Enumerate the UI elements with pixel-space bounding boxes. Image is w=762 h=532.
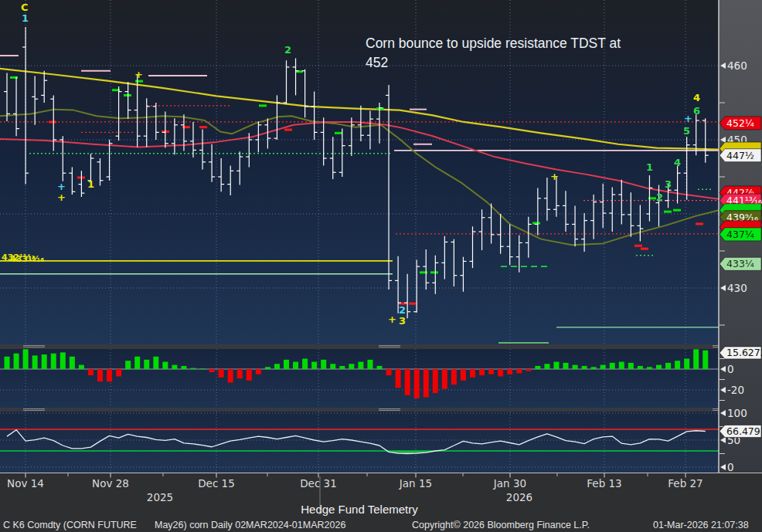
svg-text:0: 0	[727, 461, 734, 473]
price-tag: 15.6273	[719, 347, 762, 359]
footer-security: C K6 Comdty (CORN FUTURE	[3, 520, 137, 530]
svg-text:-20: -20	[727, 384, 744, 396]
svg-text:Jan 15: Jan 15	[399, 477, 432, 490]
svg-text:2: 2	[656, 191, 663, 203]
price-tag: 437¼	[719, 228, 761, 241]
svg-text:100: 100	[727, 407, 747, 419]
svg-text:2: 2	[399, 304, 406, 316]
footer-datetime: 01-Mar-2026 21:07:38	[653, 520, 749, 530]
tdst-level-label-b: 433¹¹⁄₁₆	[10, 254, 44, 264]
svg-text:460: 460	[727, 59, 747, 72]
svg-text:437¼: 437¼	[726, 229, 754, 240]
svg-text:1: 1	[646, 161, 653, 173]
svg-text:15.6273: 15.6273	[726, 347, 762, 358]
svg-text:2: 2	[284, 44, 291, 56]
svg-text:+: +	[134, 69, 143, 80]
watermark-hedge-fund-telemetry: Hedge Fund Telemetry	[124, 503, 595, 516]
svg-text:+: +	[388, 313, 396, 325]
svg-text:4: 4	[674, 157, 681, 168]
chart-annotation: Corn bounce to upside resistance TDST at…	[366, 34, 698, 73]
chart-canvas[interactable]: C1++1+2+23+12345+644604504300-2010050045…	[0, 0, 762, 532]
svg-text:452¼: 452¼	[726, 117, 754, 129]
svg-text:Jan 30: Jan 30	[493, 477, 526, 490]
svg-text:447½: 447½	[726, 150, 754, 161]
footer-copyright: Copyright© 2026 Bloomberg Finance L.P.	[412, 520, 590, 530]
price-tag: 447½	[719, 149, 761, 162]
svg-text:4: 4	[693, 92, 700, 103]
svg-text:C: C	[21, 2, 29, 13]
svg-text:Dec 31: Dec 31	[300, 477, 337, 490]
svg-text:6: 6	[693, 105, 700, 117]
svg-text:5: 5	[683, 125, 690, 137]
svg-text:+: +	[57, 191, 66, 203]
svg-text:3: 3	[665, 178, 672, 190]
svg-text:Nov 28: Nov 28	[92, 477, 129, 490]
bloomberg-chart-window: C1++1+2+23+12345+644604504300-2010050045…	[0, 0, 762, 532]
svg-text:2026: 2026	[506, 491, 532, 503]
svg-text:1: 1	[87, 178, 94, 190]
svg-text:Feb 27: Feb 27	[668, 477, 702, 490]
svg-text:Dec 15: Dec 15	[198, 477, 235, 490]
footer-series-info: May26) corn Daily 02MAR2024-01MAR2026	[155, 520, 345, 530]
svg-text:Feb 13: Feb 13	[587, 477, 621, 490]
svg-text:1: 1	[22, 12, 29, 24]
svg-text:+: +	[550, 171, 559, 182]
svg-text:+: +	[57, 181, 66, 192]
annotation-line1: Corn bounce to upside resistance TDST at	[366, 34, 698, 53]
svg-text:0: 0	[727, 363, 734, 375]
svg-text:430: 430	[727, 282, 747, 294]
price-tag: 66.479	[719, 425, 761, 437]
right-price-axis: 4604504300-20100500452¼447½442⅞441¹³⁄₁₆4…	[719, 0, 762, 473]
svg-text:2025: 2025	[147, 491, 173, 503]
annotation-line2: 452	[366, 53, 698, 73]
svg-text:433¼: 433¼	[726, 258, 754, 269]
price-tag: 452¼	[719, 117, 761, 130]
svg-text:Nov 14: Nov 14	[7, 477, 44, 490]
price-tag: 433¼	[719, 257, 761, 270]
svg-text:+: +	[684, 113, 692, 124]
svg-text:66.479: 66.479	[726, 425, 760, 437]
svg-text:3: 3	[399, 315, 406, 327]
